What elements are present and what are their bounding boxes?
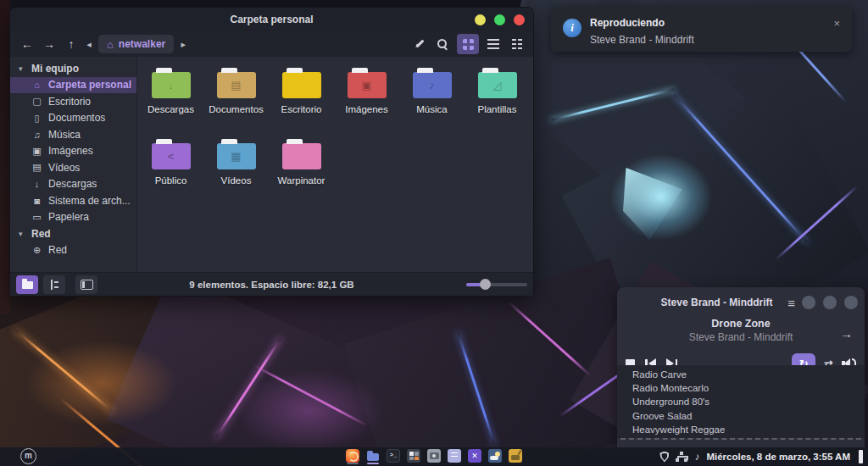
sidebar-section-label: Red <box>31 228 51 240</box>
sidebar-item-musica[interactable]: ♫ Música <box>10 126 136 143</box>
maximize-button[interactable] <box>494 14 505 25</box>
folder-musica[interactable]: ♪ Música <box>399 65 465 136</box>
sidebar-item-imagenes[interactable]: ▣ Imágenes <box>10 143 136 160</box>
playlist-item[interactable]: Underground 80's <box>617 395 865 408</box>
taskbar-weather[interactable] <box>488 449 502 463</box>
taskbar-radio[interactable] <box>509 449 522 463</box>
notification-close-button[interactable]: × <box>833 17 840 30</box>
folder-documentos[interactable]: ▤ Documentos <box>203 65 269 136</box>
taskbar-files[interactable] <box>366 449 380 463</box>
zoom-slider-thumb[interactable] <box>480 279 491 290</box>
icon-view-button[interactable] <box>457 34 479 54</box>
folder-plantillas[interactable]: ◿ Plantillas <box>465 65 530 136</box>
calculator-icon <box>407 449 420 463</box>
edit-location-button[interactable] <box>409 35 428 53</box>
statusbar: 9 elementos. Espacio libre: 82,1 GB <box>10 272 533 296</box>
taskbar-warpinator[interactable]: ✕ <box>468 449 481 463</box>
back-button[interactable]: ← <box>17 35 37 53</box>
search-button[interactable] <box>433 35 452 53</box>
music-player: Steve Brand - Minddrift ≡ Drone Zone Ste… <box>617 287 865 447</box>
sidebar-item-documentos[interactable]: ▯ Documentos <box>10 110 136 127</box>
list-view-button[interactable] <box>484 35 503 53</box>
sidebar-item-sistema-de-archivos[interactable]: ◙ Sistema de arch... <box>10 192 136 209</box>
home-icon: ⌂ <box>31 80 43 90</box>
up-icon: ↑ <box>69 37 75 51</box>
player-window-button[interactable] <box>823 296 837 309</box>
breadcrumb[interactable]: ⌂ netwalker <box>98 35 174 53</box>
folder-publico[interactable]: < Público <box>138 136 203 208</box>
back-icon: ← <box>21 37 33 51</box>
compact-view-icon <box>512 39 522 49</box>
toolbar: ← → ↑ ◂ ⌂ netwalker ▸ <box>10 31 533 58</box>
zoom-slider[interactable] <box>466 283 527 286</box>
playlist-item[interactable]: Heavyweight Reggae <box>617 423 865 436</box>
desktop: Carpeta personal ← → ↑ ◂ ⌂ netwalker ▸ <box>0 0 868 466</box>
close-button[interactable] <box>514 14 525 25</box>
sidebar-item-papelera[interactable]: ▭ Papelera <box>10 209 136 226</box>
warpinator-icon: ✕ <box>468 449 481 463</box>
sidebar-section-network[interactable]: ▾ Red <box>10 225 136 242</box>
track-artist: Steve Brand - Minddrift <box>617 331 865 343</box>
file-manager-icon <box>366 449 380 463</box>
playlist-item[interactable]: Radio Montecarlo <box>617 381 865 395</box>
mint-logo-icon: m <box>25 451 32 460</box>
menu-button[interactable]: m <box>20 448 36 464</box>
menu-icon[interactable]: ≡ <box>787 296 795 310</box>
expand-arrow-icon[interactable]: → <box>840 326 853 341</box>
folder-videos[interactable]: ▦ Vídeos <box>203 136 269 208</box>
media-note-icon[interactable]: ♪ <box>694 451 699 463</box>
sidebar-item-videos[interactable]: ▤ Vídeos <box>10 159 136 176</box>
notification-body: Steve Brand - Minddrift <box>590 34 694 46</box>
chevron-down-icon: ▾ <box>19 64 26 73</box>
sidebar-section-label: Mi equipo <box>31 63 79 75</box>
sidebar-item-escritorio[interactable]: ▢ Escritorio <box>10 93 136 110</box>
folder-icon: ↓ <box>152 72 191 98</box>
camera-emblem-icon: ▣ <box>361 80 371 91</box>
notification-popup[interactable]: i Reproduciendo Steve Brand - Minddrift … <box>551 7 852 52</box>
document-icon: ▯ <box>31 113 43 124</box>
show-desktop-button[interactable] <box>859 450 863 463</box>
playlist-item[interactable]: Radio Carve <box>617 368 865 381</box>
titlebar[interactable]: Carpeta personal <box>10 8 533 31</box>
running-indicator <box>367 463 379 465</box>
globe-icon: ⊕ <box>31 245 43 256</box>
folder-escritorio[interactable]: Escritorio <box>269 65 334 136</box>
disk-icon: ◙ <box>31 196 43 206</box>
network-icon[interactable] <box>676 452 687 463</box>
list-view-icon <box>487 39 499 49</box>
playlist-item[interactable]: Groove Salad <box>617 409 865 423</box>
clock[interactable]: Miércoles, 8 de marzo, 3:55 AM <box>706 452 850 462</box>
zoom-slider-track[interactable] <box>466 283 527 286</box>
compact-view-button[interactable] <box>508 35 526 53</box>
film-emblem-icon: ▦ <box>231 151 241 162</box>
taskbar-terminal[interactable]: >_ <box>387 449 400 463</box>
folder-warpinator[interactable]: Warpinator <box>269 136 334 208</box>
sidebar-section-computer[interactable]: ▾ Mi equipo <box>10 60 136 77</box>
sidebar-item-descargas[interactable]: ↓ Descargas <box>10 176 136 193</box>
taskbar-firefox[interactable] <box>346 449 359 463</box>
folder-descargas[interactable]: ↓ Descargas <box>138 65 203 136</box>
update-manager-icon[interactable] <box>659 452 669 463</box>
folder-grid: ↓ Descargas ▤ Documentos Escritorio ▣ Im… <box>137 57 533 272</box>
notification-title: Reproduciendo <box>590 17 665 29</box>
trash-icon: ▭ <box>31 212 43 223</box>
chevron-right-icon: ▸ <box>181 39 186 50</box>
taskbar-calculator[interactable] <box>407 449 420 463</box>
forward-button[interactable]: → <box>39 35 59 53</box>
player-window-button[interactable] <box>802 296 815 309</box>
breadcrumb-scroll-right[interactable]: ▸ <box>177 35 189 53</box>
window-title: Carpeta personal <box>10 14 533 25</box>
minimize-button[interactable] <box>475 14 486 25</box>
sidebar-item-red[interactable]: ⊕ Red <box>10 242 136 259</box>
music-emblem-icon: ♪ <box>429 80 435 91</box>
up-button[interactable]: ↑ <box>61 35 81 53</box>
folder-icon <box>282 143 321 169</box>
breadcrumb-scroll-left[interactable]: ◂ <box>83 35 95 53</box>
text-editor-icon <box>448 449 461 463</box>
player-window-button[interactable] <box>844 296 858 309</box>
taskbar-screenshot[interactable] <box>427 449 441 463</box>
sidebar-item-carpeta-personal[interactable]: ⌂ Carpeta personal <box>10 77 136 94</box>
taskbar-text-editor[interactable] <box>448 449 461 463</box>
search-icon <box>437 39 448 49</box>
folder-imagenes[interactable]: ▣ Imágenes <box>334 65 399 136</box>
